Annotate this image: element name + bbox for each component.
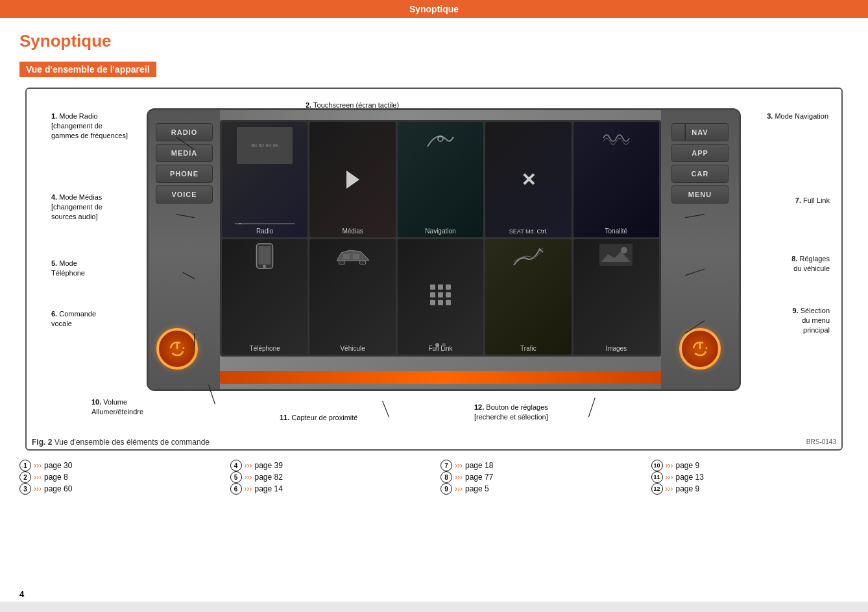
- annotation-1: 1. Mode Radio[changement degammes de fré…: [51, 112, 128, 141]
- ref-col-4: 10 ››› page 9 11 ››› page 13 12 ››› page…: [651, 460, 849, 495]
- ref-col-3: 7 ››› page 18 8 ››› page 77 9 ››› page 5: [440, 460, 638, 495]
- power-button-right[interactable]: [679, 328, 721, 370]
- svg-point-11: [621, 247, 627, 253]
- caption: Fig. 2 Vue d'ensemble des éléments de co…: [32, 438, 210, 447]
- ref-circle-5: 5: [230, 471, 242, 483]
- ref-text-3: page 60: [44, 484, 72, 493]
- menu-button[interactable]: MENU: [671, 185, 729, 204]
- device-bottom-bar: [220, 371, 661, 384]
- vehicle-label: Véhicule: [340, 345, 365, 352]
- media-label: Médias: [342, 228, 363, 235]
- ref-circle-8: 8: [440, 471, 452, 483]
- device-left-panel: RADIO MEDIA PHONE VOICE: [149, 110, 220, 389]
- tone-label: Tonalité: [605, 228, 627, 235]
- fulllink-label: Full Link: [428, 345, 452, 352]
- ref-circle-1: 1: [19, 460, 31, 471]
- ref-circle-9: 9: [440, 483, 452, 495]
- screen-nav[interactable]: Navigation: [398, 122, 483, 237]
- ref-circle-7: 7: [440, 460, 452, 471]
- screen-phone[interactable]: Téléphone: [222, 239, 307, 355]
- screen-tone[interactable]: Tonalité: [573, 122, 659, 237]
- car-button[interactable]: CAR: [671, 165, 729, 183]
- references-grid: 1 ››› page 30 2 ››› page 8 3 ››› page 60…: [19, 460, 849, 495]
- voice-button[interactable]: VOICE: [156, 185, 213, 204]
- header-title: Synoptique: [409, 4, 459, 14]
- ref-text-7: page 18: [465, 461, 493, 470]
- ref-text-1: page 30: [44, 461, 72, 470]
- annotation-5: 5. ModeTéléphone: [51, 259, 85, 278]
- ref-circle-3: 3: [19, 483, 31, 495]
- ref-col-1: 1 ››› page 30 2 ››› page 8 3 ››› page 60: [19, 460, 217, 495]
- app-button[interactable]: APP: [671, 144, 729, 162]
- nav-button[interactable]: NAV: [671, 123, 729, 141]
- x-mark: ✕: [521, 169, 536, 191]
- ref-text-4: page 39: [255, 461, 283, 470]
- svg-rect-4: [259, 246, 271, 265]
- svg-line-24: [383, 401, 389, 418]
- annotation-6: 6. Commandevocale: [51, 309, 96, 329]
- svg-line-25: [588, 398, 595, 418]
- annotation-10: 10. VolumeAllumer/éteindre: [91, 397, 143, 417]
- dot-grid: [430, 285, 451, 305]
- ref-item-12: 12 ››› page 9: [651, 483, 849, 495]
- radio-label: Radio: [256, 228, 273, 235]
- diagram-container: RADIO MEDIA PHONE VOICE 90 92: [25, 88, 843, 451]
- ref-item-11: 11 ››› page 13: [651, 471, 849, 483]
- seat-label: SEAT Md. Ctrl.: [509, 228, 548, 235]
- ref-text-8: page 77: [465, 473, 493, 482]
- screen-grid: 90 92 94 96 Radio Médias: [220, 120, 661, 357]
- ref-circle-2: 2: [19, 471, 31, 483]
- images-label: Images: [605, 345, 627, 352]
- screen-radio[interactable]: 90 92 94 96 Radio: [222, 122, 307, 237]
- phone-label: Téléphone: [250, 345, 280, 352]
- page-number: 4: [19, 589, 24, 599]
- ref-item-7: 7 ››› page 18: [440, 460, 638, 471]
- fig-label: Fig. 2: [32, 438, 52, 447]
- media-button[interactable]: MEDIA: [156, 144, 213, 162]
- radio-button[interactable]: RADIO: [156, 123, 213, 141]
- annotation-8: 8. Réglagesdu véhicule: [791, 254, 830, 274]
- phone-button[interactable]: PHONE: [156, 165, 213, 183]
- ref-item-8: 8 ››› page 77: [440, 471, 638, 483]
- ref-text-5: page 82: [255, 473, 283, 482]
- screen-images[interactable]: Images: [573, 239, 659, 355]
- fig-text: Vue d'ensemble des éléments de commande: [54, 438, 210, 447]
- ref-circle-4: 4: [230, 460, 242, 471]
- annotation-7: 7. Full Link: [795, 196, 830, 205]
- section-title: Vue d'ensemble de l'appareil: [19, 62, 156, 77]
- annotation-4: 4. Mode Médias[changement desources audi…: [51, 193, 102, 222]
- screen-seat[interactable]: ✕ SEAT Md. Ctrl.: [485, 122, 571, 237]
- trafic-label: Trafic: [520, 345, 536, 352]
- screen-fulllink[interactable]: Full Link: [398, 239, 483, 355]
- ref-text-2: page 8: [44, 473, 68, 482]
- svg-rect-7: [359, 261, 366, 265]
- ref-item-6: 6 ››› page 14: [230, 483, 428, 495]
- ref-text-9: page 5: [465, 484, 489, 493]
- page-title: Synoptique: [19, 31, 849, 51]
- screen-media[interactable]: Médias: [309, 122, 395, 237]
- ref-item-10: 10 ››› page 9: [651, 460, 849, 471]
- nav-label: Navigation: [425, 228, 455, 235]
- ref-text-12: page 9: [676, 484, 700, 493]
- annotation-12: 12. Bouton de réglages[recherche et séle…: [474, 403, 548, 422]
- annotation-9: 9. Sélectiondu menuprincipal: [793, 306, 830, 335]
- annotation-3: 3. Mode Navigation: [767, 112, 828, 121]
- annotation-11: 11. Capteur de proximité: [280, 413, 357, 422]
- device-right-panel: NAV APP CAR MENU: [661, 110, 739, 389]
- screen-trafic[interactable]: Trafic: [485, 239, 571, 355]
- device-screen: 90 92 94 96 Radio Médias: [220, 120, 661, 357]
- annotation-2: 2. Touchscreen (écran tactile): [306, 100, 399, 110]
- ref-text-11: page 13: [676, 473, 704, 482]
- svg-rect-8: [343, 254, 350, 259]
- power-button-left[interactable]: [156, 328, 198, 370]
- ref-col-2: 4 ››› page 39 5 ››› page 82 6 ››› page 1…: [230, 460, 428, 495]
- ref-text-10: page 9: [676, 461, 700, 470]
- ref-item-3: 3 ››› page 60: [19, 483, 217, 495]
- main-content: Synoptique Vue d'ensemble de l'appareil …: [0, 18, 868, 602]
- ref-item-5: 5 ››› page 82: [230, 471, 428, 483]
- ref-item-9: 9 ››› page 5: [440, 483, 638, 495]
- svg-rect-10: [599, 244, 633, 266]
- svg-rect-6: [339, 261, 345, 265]
- ref-circle-12: 12: [651, 483, 663, 495]
- screen-vehicle[interactable]: Véhicule: [309, 239, 395, 355]
